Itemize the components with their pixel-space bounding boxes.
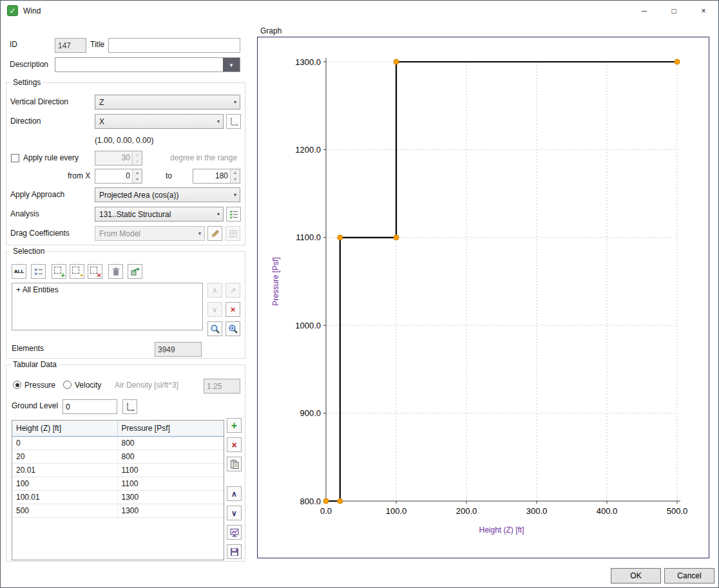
table-cell[interactable]: 0 <box>12 436 117 450</box>
air-density-label: Air Density [sl/ft^3] <box>115 378 178 393</box>
move-row-down-button[interactable]: ∨ <box>227 506 242 520</box>
delete-selection-button[interactable] <box>108 264 123 279</box>
table-cell[interactable]: 100.01 <box>12 490 117 504</box>
edit-drag-coefficients-button[interactable] <box>207 226 222 241</box>
analysis-list-button[interactable] <box>226 207 241 222</box>
table-row[interactable]: 0800 <box>12 436 224 450</box>
svg-text:1100.0: 1100.0 <box>296 232 321 242</box>
selection-legend: Selection <box>11 247 46 256</box>
trash-icon <box>111 267 121 277</box>
maximize-button[interactable]: □ <box>659 1 689 21</box>
chevron-down-icon: ▾ <box>216 119 221 124</box>
wind-profile-chart: 800.0900.01000.01100.01200.01300.00.0100… <box>258 37 709 556</box>
cross-icon: × <box>97 272 101 279</box>
table-row[interactable]: 20.011100 <box>12 463 224 477</box>
from-spinner[interactable]: 0 ▲▼ <box>95 169 142 184</box>
partial-selection-button[interactable]: ▪ <box>70 264 84 279</box>
add-row-button[interactable]: + <box>227 418 242 433</box>
direction-pick-button[interactable] <box>226 114 241 129</box>
description-combobox[interactable]: ▾ <box>55 57 240 72</box>
spinner-up-button[interactable]: ▲ <box>133 169 142 176</box>
arrow-diagonal-icon: ↗ <box>229 286 236 295</box>
spinner-down-button[interactable]: ▼ <box>133 176 142 184</box>
export-selection-button[interactable] <box>128 264 142 279</box>
table-cell[interactable]: 1300 <box>117 490 224 504</box>
svg-text:900.0: 900.0 <box>300 408 321 418</box>
vertical-direction-select[interactable]: Z ▾ <box>95 95 240 109</box>
table-cell[interactable]: 800 <box>117 436 224 450</box>
paste-rows-button[interactable] <box>227 457 242 471</box>
entities-listbox[interactable]: + All Entities <box>12 283 203 330</box>
red-cross-icon: × <box>231 305 236 314</box>
title-field[interactable] <box>108 38 240 53</box>
table-cell[interactable]: 20 <box>12 450 117 463</box>
to-spinner[interactable]: 180 ▲▼ <box>193 169 240 184</box>
remove-entity-button[interactable]: × <box>225 302 240 317</box>
save-table-button[interactable] <box>227 544 242 559</box>
svg-text:1000.0: 1000.0 <box>295 321 321 330</box>
column-header-height[interactable]: Height (Z) [ft] <box>12 421 117 436</box>
ok-button[interactable]: OK <box>611 568 661 583</box>
table-row[interactable]: 20800 <box>12 450 224 463</box>
table-cell[interactable]: 100 <box>12 477 117 490</box>
magnifier-icon <box>210 324 220 334</box>
chevron-down-icon: ▾ <box>233 192 238 198</box>
graph-legend: Graph <box>259 26 283 35</box>
table-cell[interactable]: 800 <box>117 450 224 463</box>
select-all-button[interactable]: ALL <box>12 264 26 279</box>
minimize-button[interactable]: ─ <box>629 1 659 21</box>
close-icon: × <box>701 6 705 15</box>
titlebar[interactable]: ✓ Wind ─ □ × <box>1 1 718 21</box>
clipboard-icon <box>229 459 240 469</box>
svg-text:400.0: 400.0 <box>597 506 618 516</box>
table-cell[interactable]: 1300 <box>117 504 224 517</box>
from-value: 0 <box>95 169 132 183</box>
description-input[interactable] <box>55 58 223 71</box>
column-header-pressure[interactable]: Pressure [Psf] <box>117 421 224 436</box>
close-button[interactable]: × <box>689 1 718 21</box>
list-item-all-entities[interactable]: + All Entities <box>16 285 59 294</box>
drag-coefficients-value: From Model <box>99 229 197 238</box>
direction-select[interactable]: X ▾ <box>95 114 224 129</box>
spinner-down-button[interactable]: ▼ <box>231 176 240 184</box>
velocity-radio[interactable] <box>63 381 72 389</box>
svg-text:300.0: 300.0 <box>526 506 548 516</box>
zoom-selection-button[interactable] <box>207 321 222 336</box>
apply-rule-checkbox[interactable] <box>11 154 19 162</box>
velocity-radio-label[interactable]: Velocity <box>75 378 101 393</box>
table-cell[interactable]: 1100 <box>117 463 224 477</box>
tabular-data-group: Tabular Data Pressure Velocity Air Densi… <box>6 365 245 562</box>
table-row[interactable]: 1001100 <box>12 477 224 490</box>
ground-level-field[interactable] <box>62 399 117 414</box>
id-field <box>55 38 86 53</box>
pressure-table[interactable]: Height (Z) [ft] Pressure [Psf] 080020800… <box>12 420 224 560</box>
move-row-up-button[interactable]: ∧ <box>227 486 242 501</box>
pressure-radio-label[interactable]: Pressure <box>24 378 55 393</box>
selection-list-button[interactable] <box>31 264 46 279</box>
floppy-disk-icon <box>229 547 240 557</box>
arrow-down-icon: ∨ <box>212 305 218 314</box>
ground-level-pick-button[interactable] <box>122 399 137 414</box>
table-cell[interactable]: 500 <box>12 504 117 517</box>
table-header-row: Height (Z) [ft] Pressure [Psf] <box>12 421 224 436</box>
move-entity-down-button: ∨ <box>207 302 222 317</box>
pressure-radio[interactable] <box>13 381 21 389</box>
drag-coefficients-select: From Model ▾ <box>95 226 205 241</box>
show-chart-button[interactable] <box>227 525 242 540</box>
delete-row-button[interactable]: × <box>227 437 242 452</box>
analysis-select[interactable]: 131..Static Structural ▾ <box>95 207 224 222</box>
table-cell[interactable]: 20.01 <box>12 463 117 477</box>
check-icon: ✓ <box>9 6 15 15</box>
table-row[interactable]: 100.011300 <box>12 490 224 504</box>
cancel-button[interactable]: Cancel <box>664 568 714 583</box>
table-cell[interactable]: 1100 <box>117 477 224 490</box>
description-dropdown-button[interactable]: ▾ <box>223 58 240 71</box>
spinner-up-button[interactable]: ▲ <box>231 169 240 176</box>
remove-selection-button[interactable]: × <box>88 264 102 279</box>
red-cross-icon: × <box>231 440 236 450</box>
table-row[interactable]: 5001300 <box>12 504 224 517</box>
zoom-fit-button[interactable] <box>225 321 240 336</box>
add-selection-button[interactable]: + <box>52 264 66 279</box>
all-text-icon: ALL <box>14 269 24 274</box>
apply-approach-select[interactable]: Projected Area (cos(a)) ▾ <box>95 187 240 202</box>
